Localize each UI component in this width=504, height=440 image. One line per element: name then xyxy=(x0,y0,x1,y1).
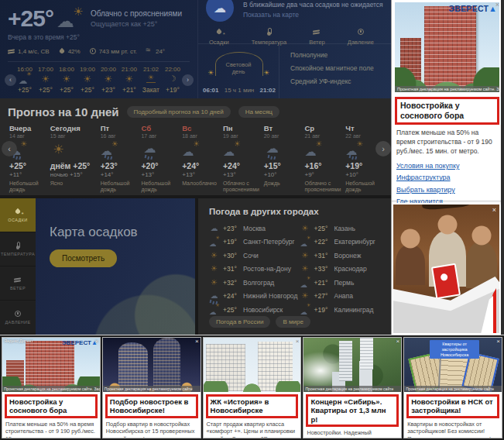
main-content-dimmed: +25° Облачно с прояснениями Ощущается ка… xyxy=(0,0,391,335)
day-date: 16 авг xyxy=(101,133,139,139)
city-row[interactable]: +25°Новосибирск xyxy=(209,303,300,317)
forecast-day-today[interactable]: Сегодня15 авгднём +25°ночью +15°Ясно xyxy=(49,124,99,194)
month-forecast-button[interactable]: На месяц xyxy=(238,106,279,118)
ad-title-annotated[interactable]: ЖК «История» в Новосибирске xyxy=(206,394,299,418)
hour-slot: 21:00+21° xyxy=(122,66,137,94)
hourly-next-arrow[interactable]: › xyxy=(182,74,194,86)
weather-icon xyxy=(209,265,219,273)
pressure-value: 743 мм рт. ст. xyxy=(99,48,137,55)
map-tab-temperature[interactable]: Температура xyxy=(0,232,36,266)
day-temp: +15° xyxy=(264,161,302,170)
city-name: Волгоград xyxy=(243,279,274,287)
city-row[interactable]: +19°Калининград xyxy=(300,303,392,317)
hour-time: 17:00 xyxy=(38,66,53,73)
ad-link-choose-apartment[interactable]: Выбрать квартиру xyxy=(396,186,498,194)
city-row[interactable]: +31°Ростов-на-Дону xyxy=(209,263,300,277)
pirates-ad[interactable]: × xyxy=(392,203,504,335)
forecast-day[interactable]: Пт16 авг+23°+14°Небольшой дождь xyxy=(99,124,140,194)
map-tab-label: Температура xyxy=(1,252,35,256)
ad-card-everest[interactable]: Яндекс.Директ ЭВЕРЕСТ▲ × Проектная декла… xyxy=(2,337,101,438)
pressure-icon xyxy=(89,47,97,55)
ad-card-image[interactable]: Яндекс.Директ ЭВЕРЕСТ▲ × Проектная декла… xyxy=(2,338,100,392)
weather-icon xyxy=(39,74,52,84)
forecast-day[interactable]: Вт20 авг+15°+10°Дождь xyxy=(262,124,303,194)
day-condition: Небольшой дождь xyxy=(9,180,47,194)
ad-card-image[interactable]: × xyxy=(204,338,301,392)
map-preview[interactable]: Карта осадков Посмотреть xyxy=(36,198,195,335)
city-row[interactable]: +25°Казань xyxy=(300,222,392,235)
city-row[interactable]: +30°Сочи xyxy=(209,249,300,263)
forecast-prev-arrow[interactable]: ‹ xyxy=(2,141,17,156)
hour-temp: +25° xyxy=(38,86,53,94)
russia-weather-button[interactable]: Погода в России xyxy=(209,316,270,328)
ad-title-annotated[interactable]: Новостройки в НСК от застройщика! xyxy=(406,394,499,418)
forecast-day[interactable]: Вчера14 авг+25°+11°Небольшой дождь xyxy=(8,124,49,194)
everest-ad[interactable]: × ЭВЕРЕСТ▲ Проектная декларация на рекла… xyxy=(392,0,504,201)
close-icon[interactable]: × xyxy=(396,338,400,345)
map-tab-label: Осадки xyxy=(8,218,27,222)
magnetic-field-text: Спокойное магнитное поле xyxy=(290,64,391,72)
ad-card-image[interactable]: Квартиры от застройщика Новосибирска × П… xyxy=(404,338,502,392)
city-row[interactable]: +33°Краснодар xyxy=(300,263,392,277)
forecast-day[interactable]: Вс18 авг+24°+13°Малооблачно xyxy=(180,124,221,194)
ad-title-annotated[interactable]: Новостройка у соснового бора xyxy=(5,394,98,418)
weather-icon xyxy=(300,224,310,232)
city-row[interactable]: +31°Воронеж xyxy=(300,249,392,263)
city-row[interactable]: +32°Волгоград xyxy=(209,276,300,290)
day-temp: +24° xyxy=(223,161,261,170)
ad-title-annotated[interactable]: Подбор новостроек в Новосибирске! xyxy=(105,394,198,418)
weather-icon xyxy=(209,251,219,260)
wind-icon xyxy=(8,47,15,55)
ad-card-nsk[interactable]: Квартиры от застройщика Новосибирска × П… xyxy=(403,337,502,438)
ad-card-sibir[interactable]: × Проектная декларация на рекламируемом … xyxy=(303,337,402,438)
astro-info-block: Полнолуние Спокойное магнитное поле Сред… xyxy=(279,44,391,98)
city-name: Воронеж xyxy=(334,252,362,260)
ad-card-novostroyki[interactable]: × Проектная декларация на рекламируемом … xyxy=(102,337,201,438)
temperature-icon xyxy=(14,242,22,249)
forecast-day[interactable]: Сб17 авг+20°+13°Небольшой дождь xyxy=(139,124,180,194)
forecast-day[interactable]: Чт22 авг+19°+10°Небольшой дождь xyxy=(344,124,385,194)
city-row[interactable]: +24°Нижний Новгород xyxy=(209,290,300,304)
detailed-forecast-button[interactable]: Подробный прогноз на 10 дней xyxy=(127,106,231,118)
show-on-map-link[interactable]: Показать на карте xyxy=(243,11,391,19)
everest-ad-image[interactable]: ЭВЕРЕСТ▲ Проектная декларация на реклами… xyxy=(395,2,499,92)
current-condition: Облачно с прояснениями Ощущается как +25… xyxy=(91,9,182,29)
feels-like-text: Ощущается как +25° xyxy=(91,19,182,29)
hourly-prev-arrow[interactable]: ‹ xyxy=(5,74,16,86)
city-row[interactable]: +27°Анапа xyxy=(300,290,392,304)
forecast-next-arrow[interactable]: › xyxy=(375,141,391,156)
world-weather-button[interactable]: В мире xyxy=(276,316,310,328)
pirates-ad-image[interactable]: × xyxy=(393,205,499,333)
city-row[interactable]: +21°Пермь xyxy=(300,276,392,290)
map-view-button[interactable]: Посмотреть xyxy=(50,249,117,267)
ad-card-image[interactable]: × Проектная декларация на рекламируемом … xyxy=(303,338,401,392)
city-row[interactable]: +22°Екатеринбург xyxy=(300,235,392,249)
map-tab-wind[interactable]: Ветер xyxy=(0,266,36,301)
ad-link-purchase-terms[interactable]: Условия на покупку xyxy=(396,162,498,170)
day-temp: +23° xyxy=(101,161,139,170)
map-tab-precipitation[interactable]: Осадки xyxy=(0,198,36,232)
close-icon[interactable]: × xyxy=(195,338,199,345)
hour-time: 20:00 xyxy=(101,66,116,73)
city-row[interactable]: +19°Санкт-Петербург xyxy=(209,235,300,249)
nowcast-text: В ближайшие два часа осадков не ожидаетс… xyxy=(243,0,391,9)
scrollbar-track[interactable] xyxy=(501,0,504,335)
close-icon[interactable]: × xyxy=(495,1,499,9)
weather-icon xyxy=(60,74,73,84)
forecast-day[interactable]: Ср21 авг+16°+9°Облачно с прояснениями xyxy=(303,124,344,194)
ad-link-infrastructure[interactable]: Инфраструктура xyxy=(396,174,498,181)
wind-icon xyxy=(313,28,321,36)
ad-title-annotated[interactable]: Новостройка у соснового бора xyxy=(395,97,499,125)
close-icon[interactable]: × xyxy=(94,338,98,345)
city-row[interactable]: +23°Москва xyxy=(209,222,300,235)
map-tab-pressure[interactable]: Давление xyxy=(0,301,36,335)
forecast-day[interactable]: Пн19 авг+24°+13°Облачно с прояснениями xyxy=(221,124,262,194)
ad-title-annotated[interactable]: Концерн «Сибирь». Квартиры от 1,3 млн р! xyxy=(306,394,399,427)
ad-card-istoriya[interactable]: × ЖК «История» в Новосибирске Старт прод… xyxy=(203,337,302,438)
ad-card-image[interactable]: × Проектная декларация на рекламируемом … xyxy=(103,338,201,392)
close-icon[interactable]: × xyxy=(296,338,300,345)
close-icon[interactable]: × xyxy=(496,338,500,345)
close-icon[interactable]: × xyxy=(492,206,496,214)
night-temp: +10° xyxy=(264,171,302,178)
map-tab-label: Ветер xyxy=(10,286,26,290)
